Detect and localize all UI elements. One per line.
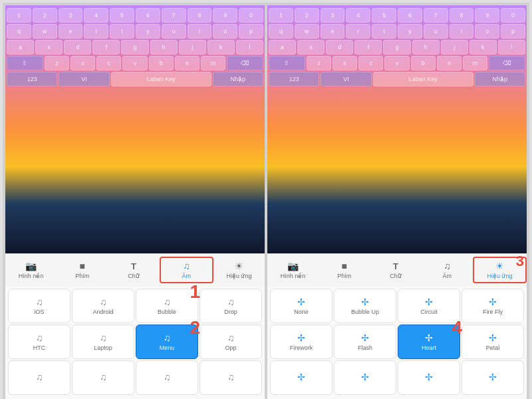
key-f[interactable]: f xyxy=(92,40,120,55)
key-2[interactable]: 2 xyxy=(295,8,319,23)
grid-cell-drop[interactable]: ♫Drop xyxy=(200,289,262,323)
key-123[interactable]: 123 xyxy=(7,72,57,86)
toolbar-item-phim[interactable]: ■Phím xyxy=(57,257,108,283)
key-nhập[interactable]: Nhập xyxy=(475,72,525,86)
key-3[interactable]: 3 xyxy=(59,8,83,23)
toolbar-item-am[interactable]: ♫Âm xyxy=(422,257,473,283)
grid-cell-bubble-up[interactable]: ✢Bubble Up xyxy=(334,289,396,323)
key-l[interactable]: l xyxy=(236,40,263,55)
grid-cell-row3-1[interactable]: ♫ xyxy=(8,360,70,395)
grid-cell-row3-4[interactable]: ♫ xyxy=(200,360,262,395)
grid-cell-circuit[interactable]: ✢Circuit xyxy=(398,289,460,323)
grid-cell-fx-row3-3[interactable]: ✢ xyxy=(398,360,460,395)
toolbar-item-hieu-ung[interactable]: 3☀Hiệu ứng xyxy=(473,257,527,283)
key-k[interactable]: k xyxy=(207,40,235,55)
key-e[interactable]: e xyxy=(59,24,83,39)
key-p[interactable]: p xyxy=(239,24,263,39)
key-⌫[interactable]: ⌫ xyxy=(227,56,263,70)
key-n[interactable]: n xyxy=(175,56,200,70)
key-i[interactable]: i xyxy=(450,24,474,39)
key-t[interactable]: t xyxy=(372,24,396,39)
key-q[interactable]: q xyxy=(7,24,31,39)
grid-cell-none[interactable]: ✢None xyxy=(270,289,332,323)
grid-cell-fx-row3-4[interactable]: ✢ xyxy=(462,360,524,395)
key-1[interactable]: 1 xyxy=(7,8,31,23)
key-r[interactable]: r xyxy=(84,24,108,39)
key-123[interactable]: 123 xyxy=(269,72,319,86)
key-k[interactable]: k xyxy=(469,40,497,55)
key-v[interactable]: v xyxy=(122,56,147,70)
key-t[interactable]: t xyxy=(110,24,134,39)
toolbar-item-phim[interactable]: ■Phím xyxy=(319,257,370,283)
key-s[interactable]: s xyxy=(297,40,325,55)
toolbar-item-hinh-nen[interactable]: 📷Hình nền xyxy=(267,257,319,283)
key-8[interactable]: 8 xyxy=(188,8,212,23)
key-j[interactable]: j xyxy=(441,40,468,55)
key-f[interactable]: f xyxy=(354,40,382,55)
grid-cell-menu[interactable]: 2♫Menu xyxy=(136,325,198,359)
key-j[interactable]: j xyxy=(179,40,206,55)
key-z[interactable]: z xyxy=(45,56,69,70)
key-10[interactable]: 0 xyxy=(239,8,263,23)
key-7[interactable]: 7 xyxy=(162,8,186,23)
key-9[interactable]: 9 xyxy=(213,8,237,23)
key-p[interactable]: p xyxy=(501,24,525,39)
key-⇧[interactable]: ⇧ xyxy=(7,56,43,70)
toolbar-item-hieu-ung[interactable]: ☀Hiệu ứng xyxy=(213,257,265,283)
key-vi[interactable]: VI xyxy=(321,72,371,86)
key-h[interactable]: h xyxy=(412,40,440,55)
key-vi[interactable]: VI xyxy=(59,72,109,86)
toolbar-item-chu[interactable]: TChữ xyxy=(370,257,421,283)
key-c[interactable]: c xyxy=(358,56,383,70)
grid-cell-heart[interactable]: 4✢Heart xyxy=(398,325,460,359)
key-e[interactable]: e xyxy=(321,24,345,39)
key-d[interactable]: d xyxy=(326,40,353,55)
key-a[interactable]: a xyxy=(269,40,296,55)
key-m[interactable]: m xyxy=(201,56,225,70)
key-r[interactable]: r xyxy=(346,24,370,39)
key-s[interactable]: s xyxy=(35,40,63,55)
key-9[interactable]: 9 xyxy=(475,8,499,23)
grid-cell-fx-row3-1[interactable]: ✢ xyxy=(270,360,332,395)
key-g[interactable]: g xyxy=(121,40,148,55)
key-laban-key[interactable]: Laban Key xyxy=(111,72,211,86)
key-6[interactable]: 6 xyxy=(136,8,160,23)
key-2[interactable]: 2 xyxy=(33,8,57,23)
key-d[interactable]: d xyxy=(64,40,91,55)
key-o[interactable]: o xyxy=(475,24,499,39)
key-⇧[interactable]: ⇧ xyxy=(269,56,305,70)
key-y[interactable]: y xyxy=(398,24,422,39)
key-i[interactable]: i xyxy=(188,24,212,39)
key-laban-key[interactable]: Laban Key xyxy=(373,72,473,86)
key-7[interactable]: 7 xyxy=(424,8,448,23)
key-l[interactable]: l xyxy=(498,40,525,55)
key-o[interactable]: o xyxy=(213,24,237,39)
grid-cell-petal[interactable]: ✢Petal xyxy=(462,325,524,359)
grid-cell-ios[interactable]: ♫iOS xyxy=(8,289,70,323)
key-a[interactable]: a xyxy=(7,40,34,55)
grid-cell-fx-row3-2[interactable]: ✢ xyxy=(334,360,396,395)
key-10[interactable]: 0 xyxy=(501,8,525,23)
key-8[interactable]: 8 xyxy=(450,8,474,23)
key-b[interactable]: b xyxy=(149,56,174,70)
key-m[interactable]: m xyxy=(463,56,487,70)
key-3[interactable]: 3 xyxy=(321,8,345,23)
key-nhập[interactable]: Nhập xyxy=(213,72,263,86)
key-⌫[interactable]: ⌫ xyxy=(489,56,525,70)
key-5[interactable]: 5 xyxy=(372,8,396,23)
key-1[interactable]: 1 xyxy=(269,8,293,23)
grid-cell-android[interactable]: ♫Android xyxy=(72,289,134,323)
key-h[interactable]: h xyxy=(150,40,178,55)
key-5[interactable]: 5 xyxy=(110,8,134,23)
grid-cell-fire-fly[interactable]: ✢Fire Fly xyxy=(462,289,524,323)
key-v[interactable]: v xyxy=(384,56,409,70)
key-z[interactable]: z xyxy=(307,56,331,70)
key-q[interactable]: q xyxy=(269,24,293,39)
key-b[interactable]: b xyxy=(411,56,436,70)
grid-cell-htc[interactable]: ♫HTC xyxy=(8,325,70,359)
toolbar-item-am[interactable]: ♫Âm xyxy=(160,257,213,283)
key-u[interactable]: u xyxy=(424,24,448,39)
toolbar-item-chu[interactable]: TChữ xyxy=(108,257,159,283)
key-u[interactable]: u xyxy=(162,24,186,39)
key-c[interactable]: c xyxy=(96,56,121,70)
